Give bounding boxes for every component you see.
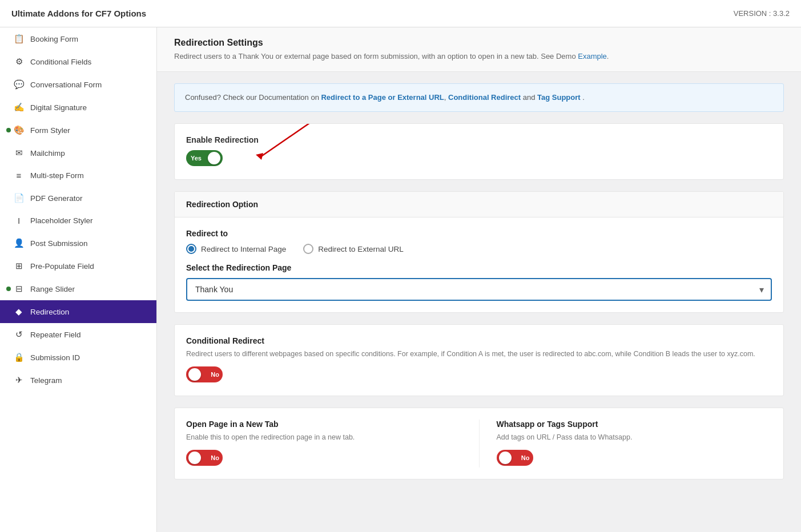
section-desc-text: Redirect users to a Thank You or externa…: [174, 52, 578, 61]
radio-external-circle: [303, 244, 313, 254]
select-page-dropdown[interactable]: Thank You Home Contact: [186, 278, 772, 301]
svg-marker-1: [256, 153, 263, 160]
whatsapp-title: Whatsapp or Tags Support: [497, 420, 772, 429]
sidebar-label-multi-step-form: Multi-step Form: [30, 171, 84, 180]
conditional-toggle-knob: [188, 368, 201, 381]
version-label: VERSION : 3.3.2: [734, 9, 790, 18]
radio-external-label: Redirect to External URL: [318, 245, 403, 253]
active-dot-indicator: [6, 287, 11, 291]
mailchimp-icon: ✉: [13, 148, 25, 158]
two-col-section: Open Page in a New Tab Enable this to op…: [175, 408, 783, 479]
new-tab-knob: [188, 452, 201, 464]
conditional-redirect-desc: Redirect users to different webpages bas…: [186, 349, 772, 360]
sidebar-item-telegram[interactable]: ✈Telegram: [0, 369, 156, 392]
sidebar-label-post-submission: Post Submission: [30, 239, 88, 248]
sidebar-label-telegram: Telegram: [30, 376, 62, 385]
radio-internal-circle: [186, 244, 196, 254]
doc-link-tag[interactable]: Tag Support: [537, 93, 581, 102]
sidebar-label-range-slider: Range Slider: [30, 285, 75, 293]
whatsapp-knob: [499, 452, 512, 464]
top-bar: Ultimate Addons for CF7 Options VERSION …: [0, 0, 801, 27]
sidebar-label-repeater-field: Repeater Field: [30, 331, 81, 339]
whatsapp-toggle[interactable]: No: [497, 450, 533, 466]
section-desc: Redirect users to a Thank You or externa…: [174, 51, 784, 62]
sidebar-item-booking-form[interactable]: 📋Booking Form: [0, 27, 156, 50]
redirection-option-body: Redirect to Redirect to Internal Page Re…: [175, 217, 783, 312]
multi-step-form-icon: ≡: [13, 171, 25, 180]
sidebar-item-redirection[interactable]: ◆Redirection: [0, 300, 156, 323]
radio-internal[interactable]: Redirect to Internal Page: [186, 244, 286, 254]
sidebar-item-repeater-field[interactable]: ↺Repeater Field: [0, 323, 156, 346]
app-title: Ultimate Addons for CF7 Options: [11, 9, 146, 18]
radio-group: Redirect to Internal Page Redirect to Ex…: [186, 244, 772, 254]
conditional-redirect-toggle[interactable]: No: [186, 366, 223, 382]
redirection-option-header: Redirection Option: [175, 192, 783, 217]
doc-link-redirect[interactable]: Redirect to a Page or External URL: [321, 93, 444, 102]
demo-link[interactable]: Example: [578, 52, 607, 61]
info-banner-text: Confused? Check our Documentation on: [185, 93, 321, 102]
sidebar-item-pdf-generator[interactable]: 📄PDF Generator: [0, 187, 156, 209]
sidebar-item-conditional-fields[interactable]: ⚙Conditional Fields: [0, 50, 156, 73]
bottom-settings-block: Open Page in a New Tab Enable this to op…: [174, 408, 784, 479]
submission-id-icon: 🔒: [13, 352, 25, 362]
conditional-redirect-title: Conditional Redirect: [186, 336, 772, 345]
conversational-form-icon: 💬: [13, 79, 25, 90]
sidebar-item-submission-id[interactable]: 🔒Submission ID: [0, 346, 156, 369]
redirect-to-section: Redirect to Redirect to Internal Page Re…: [186, 229, 772, 263]
sidebar-label-form-styler: Form Styler: [30, 126, 70, 135]
sidebar-item-post-submission[interactable]: 👤Post Submission: [0, 232, 156, 255]
app-wrapper: Ultimate Addons for CF7 Options VERSION …: [0, 0, 801, 532]
repeater-field-icon: ↺: [13, 329, 25, 340]
section-header: Redirection Settings Redirect users to a…: [157, 27, 801, 72]
section-title: Redirection Settings: [174, 38, 784, 48]
whatsapp-toggle-text: No: [521, 454, 530, 461]
radio-internal-label: Redirect to Internal Page: [201, 245, 286, 253]
sidebar-label-conditional-fields: Conditional Fields: [30, 58, 91, 66]
sidebar-item-form-styler[interactable]: 🎨Form Styler: [0, 119, 156, 142]
doc-link-conditional[interactable]: Conditional Redirect: [448, 93, 521, 102]
sidebar-item-digital-signature[interactable]: ✍Digital Signature: [0, 96, 156, 119]
select-page-section: Select the Redirection Page Thank You Ho…: [186, 263, 772, 301]
sidebar: 📋Booking Form⚙Conditional Fields💬Convers…: [0, 27, 157, 532]
sidebar-item-pre-populate-field[interactable]: ⊞Pre-Populate Field: [0, 255, 156, 277]
open-new-tab-title: Open Page in a New Tab: [186, 420, 462, 429]
redirect-to-label: Redirect to: [186, 229, 772, 238]
enable-redirection-toggle[interactable]: Yes: [186, 150, 223, 166]
toggle-knob: [208, 152, 220, 164]
radio-external[interactable]: Redirect to External URL: [303, 244, 403, 254]
sidebar-label-booking-form: Booking Form: [30, 35, 78, 43]
whatsapp-item: Whatsapp or Tags Support Add tags on URL…: [497, 420, 772, 467]
open-new-tab-item: Open Page in a New Tab Enable this to op…: [186, 420, 480, 467]
pdf-generator-icon: 📄: [13, 193, 25, 203]
enable-redirection-section: Enable Redirection Yes: [175, 124, 783, 179]
sidebar-label-placeholder-styler: Placeholder Styler: [30, 216, 93, 225]
telegram-icon: ✈: [13, 375, 25, 385]
toggle-yes-text: Yes: [191, 155, 202, 162]
conditional-toggle-text: No: [211, 371, 219, 378]
sidebar-item-range-slider[interactable]: ⊟Range Slider: [0, 277, 156, 300]
info-banner: Confused? Check our Documentation on Red…: [174, 83, 784, 112]
sidebar-item-multi-step-form[interactable]: ≡Multi-step Form: [0, 164, 156, 187]
active-dot-indicator: [6, 128, 11, 132]
conditional-redirect-block: Conditional Redirect Redirect users to d…: [174, 324, 784, 396]
form-styler-icon: 🎨: [13, 125, 25, 135]
svg-line-0: [260, 123, 312, 157]
sidebar-item-mailchimp[interactable]: ✉Mailchimp: [0, 142, 156, 164]
info-banner-and: and: [523, 93, 537, 102]
placeholder-styler-icon: I: [13, 216, 25, 225]
conditional-redirect-body: Conditional Redirect Redirect users to d…: [175, 325, 783, 396]
redirection-icon: ◆: [13, 307, 25, 317]
sidebar-item-conversational-form[interactable]: 💬Conversational Form: [0, 73, 156, 96]
sidebar-item-placeholder-styler[interactable]: IPlaceholder Styler: [0, 209, 156, 232]
redirection-option-block: Redirection Option Redirect to Redirect …: [174, 191, 784, 313]
conditional-fields-icon: ⚙: [13, 57, 25, 67]
pre-populate-field-icon: ⊞: [13, 261, 25, 271]
post-submission-icon: 👤: [13, 238, 25, 248]
enable-redirection-block: Enable Redirection Yes: [174, 123, 784, 180]
open-new-tab-toggle[interactable]: No: [186, 450, 223, 466]
select-page-wrapper: Thank You Home Contact ▾: [186, 278, 772, 301]
digital-signature-icon: ✍: [13, 102, 25, 112]
new-tab-toggle-text: No: [211, 454, 219, 461]
main-content: Redirection Settings Redirect users to a…: [157, 27, 801, 532]
whatsapp-desc: Add tags on URL / Pass data to Whatsapp.: [497, 432, 772, 443]
